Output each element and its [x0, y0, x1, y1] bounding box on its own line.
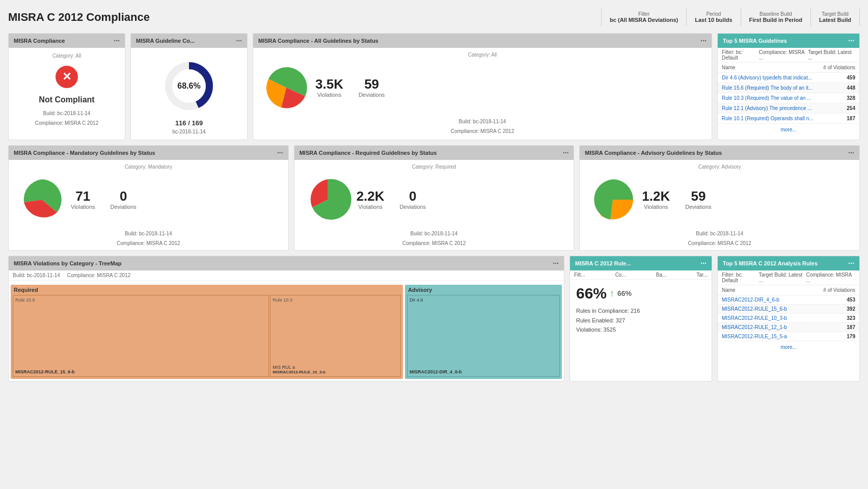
all-violations-label: Violations	[315, 92, 343, 98]
top5-guidelines-title: Top 5 MISRA Guidelines	[723, 38, 787, 44]
required-pie	[305, 177, 350, 223]
arow3-name[interactable]: MISRAC2012-RULE_10_3-b	[722, 315, 840, 321]
baseline-label: Baseline Build	[749, 11, 803, 17]
mandatory-build: Build: bc-2018-11-14	[15, 231, 282, 236]
required-violations-stat: 2.2K Violations	[357, 189, 385, 210]
all-guidelines-title: MISRA Compliance - All Guidelines by Sta…	[258, 38, 378, 44]
mandatory-compliance: Compliance: MISRA C 2012	[15, 240, 282, 246]
guideline-coverage-body: 68.6% 116 / 169 bc-2018-11-14	[131, 48, 247, 140]
analysis-table-row: MISRAC2012-RULE_12_1-b 187	[718, 323, 859, 332]
top5-guidelines-header: Top 5 MISRA Guidelines ···	[718, 34, 859, 48]
compliance-card-menu[interactable]: ···	[114, 37, 120, 45]
arow4-name[interactable]: MISRAC2012-RULE_12_1-b	[722, 324, 840, 330]
ruleset-tar: Tar...	[696, 272, 708, 278]
top5-analysis-menu[interactable]: ···	[848, 259, 854, 267]
row3-name[interactable]: Rule 10.3 (Required) The value of an ...	[722, 95, 840, 101]
treemap-compliance: Compliance: MISRA C 2012	[67, 273, 131, 278]
guideline-fraction: 116 / 169	[136, 119, 242, 127]
donut-label: 68.6%	[177, 82, 200, 91]
analysis-table-row: MISRAC2012-DIR_4_6-b 453	[718, 295, 859, 305]
ruleset-body-wrapper: Filt... Co... Ba... Tar... 66% ↑ 66% Rul…	[570, 270, 712, 340]
row1-name[interactable]: Dir 4.6 (Advisory) typedefs that indicat…	[722, 75, 840, 80]
cell2-value: MIS RUL a	[273, 365, 398, 370]
required-pie-row: 2.2K Violations 0 Deviations	[301, 173, 568, 227]
row5-name[interactable]: Rule 10.1 (Required) Operands shall n...	[722, 116, 840, 121]
cell2-value2: MISRAC2012-RULE_10_3-b	[273, 370, 398, 374]
table-row: Rule 10.1 (Required) Operands shall n...…	[718, 114, 859, 124]
all-violations-stat: 3.5K Violations	[315, 77, 343, 98]
target-item: Target Build Latest Build	[811, 8, 860, 26]
arow3-value: 323	[840, 315, 855, 321]
rules-enabled: Rules Enabled: 327	[576, 316, 706, 325]
arow2-name[interactable]: MISRAC2012-RULE_15_6-b	[722, 306, 840, 312]
analysis-col-violations: # of Violations	[823, 287, 855, 293]
guideline-coverage-header: MISRA Guideline Co... ···	[131, 34, 247, 48]
table-row: Rule 15.6 (Required) The body of an it..…	[718, 83, 859, 93]
all-deviations-label: Deviations	[359, 92, 385, 98]
top5-more-link[interactable]: more...	[718, 124, 859, 135]
required-header: MISRA Compliance - Required Guidelines b…	[294, 146, 574, 160]
analysis-filter-filter: Filter: bc: Default	[722, 272, 759, 283]
mandatory-pie-row: 71 Violations 0 Deviations	[15, 173, 282, 227]
required-deviations-value: 0	[400, 189, 426, 203]
table-row: Rule 12.1 (Advisory) The precedence ... …	[718, 103, 859, 114]
required-compliance: Compliance: MISRA C 2012	[301, 240, 568, 246]
col-violations: # of Violations	[823, 65, 855, 70]
row5-value: 187	[840, 116, 855, 121]
page-container: MISRA C 2012 Compliance Filter bc (All M…	[0, 0, 868, 489]
arow1-name[interactable]: MISRAC2012-DIR_4_6-b	[722, 297, 840, 303]
pie-svg-mandatory	[19, 177, 65, 223]
mandatory-menu[interactable]: ···	[277, 149, 283, 157]
compliance-card-header: MISRA Compliance ···	[9, 34, 125, 48]
advisory-compliance: Compliance: MISRA C 2012	[586, 240, 853, 246]
mandatory-stats: 71 Violations 0 Deviations	[71, 189, 137, 210]
compliance-subtitle: Category: All	[14, 53, 120, 59]
required-menu[interactable]: ···	[563, 149, 569, 157]
top5-analysis-more[interactable]: more...	[718, 341, 859, 353]
advisory-pie-row: 1.2K Violations 59 Deviations	[586, 173, 853, 227]
treemap-build: Build: bc-2018-11-14	[13, 273, 60, 278]
treemap-required-cells: Rule 15.6 MISRAC2012-RULE_15_6-b Rule 10…	[11, 295, 403, 379]
table-row: Rule 10.3 (Required) The value of an ...…	[718, 93, 859, 103]
adv-value: MISRAC2012-DIR_4_6-b	[410, 369, 557, 374]
baseline-value: First Build in Period	[749, 17, 803, 23]
treemap-info: Build: bc-2018-11-14 Compliance: MISRA C…	[9, 270, 564, 281]
ruleset-percent-display: 66% ↑ 66%	[576, 285, 706, 302]
arow5-name[interactable]: MISRAC2012-RULE_15_5-a	[722, 334, 840, 339]
rules-compliance: Rules in Compliance: 216	[576, 306, 706, 316]
trend-up-icon: ↑	[610, 288, 614, 299]
guideline-coverage-menu[interactable]: ···	[236, 37, 242, 45]
target-label: Target Build	[819, 11, 851, 17]
top5-analysis-card: Top 5 MISRA C 2012 Analysis Rules ··· Fi…	[717, 256, 860, 382]
treemap-card: MISRA Violations by Category - TreeMap ·…	[8, 256, 564, 382]
advisory-menu[interactable]: ···	[848, 149, 854, 157]
all-guidelines-pie	[263, 65, 309, 111]
row4-name[interactable]: Rule 12.1 (Advisory) The precedence ...	[722, 105, 840, 111]
row1-value: 459	[840, 75, 855, 80]
mandatory-deviations-value: 0	[111, 189, 137, 203]
row3-value: 328	[840, 95, 855, 101]
page-title: MISRA C 2012 Compliance	[8, 11, 150, 24]
advisory-header: MISRA Compliance - Advisory Guidelines b…	[580, 146, 859, 160]
treemap-required-label: Required	[11, 285, 403, 295]
all-guidelines-menu[interactable]: ···	[700, 37, 707, 45]
all-guidelines-body: Category: All	[253, 48, 712, 138]
all-guidelines-header: MISRA Compliance - All Guidelines by Sta…	[253, 34, 712, 48]
ruleset-co: Co...	[615, 272, 626, 278]
treemap-content: Required Rule 15.6 MISRAC2012-RULE_15_6-…	[11, 285, 562, 379]
treemap-menu[interactable]: ···	[553, 259, 559, 267]
mandatory-title: MISRA Compliance - Mandatory Guidelines …	[14, 150, 155, 156]
row2-name[interactable]: Rule 15.6 (Required) The body of an it..…	[722, 85, 840, 91]
top5-guidelines-body: Filter: bc: Default Compliance: MISRA ..…	[718, 48, 859, 135]
ruleset-menu[interactable]: ···	[700, 259, 707, 267]
advisory-guidelines-card: MISRA Compliance - Advisory Guidelines b…	[579, 145, 860, 251]
compliance-standard: Compliance: MISRA C 2012	[14, 120, 120, 126]
ruleset-title: MISRA C 2012 Rule...	[575, 260, 631, 266]
mandatory-header: MISRA Compliance - Mandatory Guidelines …	[9, 146, 288, 160]
top5-guidelines-menu[interactable]: ···	[848, 37, 854, 45]
donut-chart: 68.6%	[161, 58, 217, 114]
baseline-item: Baseline Build First Build in Period	[741, 8, 811, 26]
compliance-card-title: MISRA Compliance	[14, 38, 65, 44]
advisory-subtitle: Category: Advisory	[586, 164, 853, 170]
top5-analysis-filter-row: Filter: bc: Default Target Build: Latest…	[718, 270, 859, 285]
